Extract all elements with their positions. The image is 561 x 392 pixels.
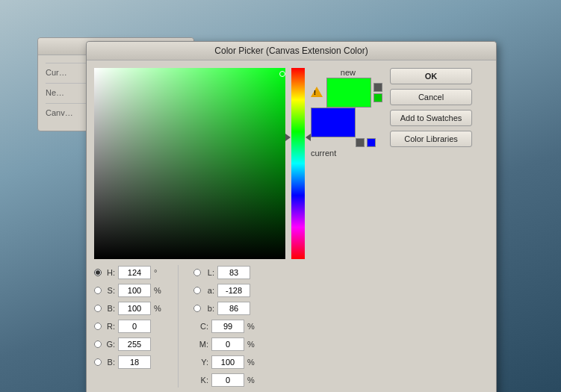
c-label: C: xyxy=(193,322,208,331)
hue-row: H: ° xyxy=(94,265,163,280)
brightness-row: B: % xyxy=(94,301,163,316)
current-color-swatch[interactable] xyxy=(311,108,356,137)
red-row: R: xyxy=(94,319,163,334)
a-radio[interactable] xyxy=(193,287,201,294)
k-unit: % xyxy=(247,376,256,385)
blue-small-swatch xyxy=(367,138,376,147)
numeric-inputs: H: ° S: % B: % R: xyxy=(87,259,496,391)
separator xyxy=(178,265,179,388)
cube-icon-2 xyxy=(356,138,365,147)
saturation-unit: % xyxy=(154,286,163,295)
red-label: R: xyxy=(105,322,115,331)
b2-label: b: xyxy=(204,304,214,313)
saturation-row: S: % xyxy=(94,283,163,298)
a-input[interactable] xyxy=(217,284,250,297)
color-picker-body: new current OK Cancel Add to xyxy=(87,60,496,259)
m-row: M: % xyxy=(193,337,262,352)
new-color-swatch[interactable] xyxy=(326,78,371,108)
warning-icon xyxy=(311,87,323,99)
swatch-icons xyxy=(374,83,384,102)
gradient-dark-overlay xyxy=(94,68,285,259)
b2-input[interactable] xyxy=(217,302,250,315)
k-label: K: xyxy=(193,376,208,385)
hue-unit: ° xyxy=(154,268,163,277)
blue-input[interactable] xyxy=(118,355,151,369)
m-unit: % xyxy=(247,340,256,349)
hue-strip-container xyxy=(291,68,305,259)
hue-arrow-right xyxy=(306,134,311,141)
color-preview-section: new current xyxy=(311,68,384,259)
m-input[interactable] xyxy=(211,337,244,351)
green-row: G: xyxy=(94,337,163,352)
a-row: a: xyxy=(193,283,262,298)
new-color-row xyxy=(311,78,384,108)
right-inputs: L: a: b: C: % M: xyxy=(193,265,262,388)
l-label: L: xyxy=(204,268,214,277)
m-label: M: xyxy=(193,340,208,349)
hue-label: H: xyxy=(105,268,115,277)
new-label: Ne… xyxy=(46,88,64,97)
b2-radio[interactable] xyxy=(193,305,201,312)
current-icon-row xyxy=(311,138,376,147)
color-picker-dialog: Color Picker (Canvas Extension Color) ne… xyxy=(86,41,497,392)
y-unit: % xyxy=(247,358,256,367)
c-row: C: % xyxy=(193,319,262,334)
color-picker-titlebar: Color Picker (Canvas Extension Color) xyxy=(87,42,496,60)
hue-radio[interactable] xyxy=(94,269,102,276)
right-buttons-panel: OK Cancel Add to Swatches Color Librarie… xyxy=(390,68,472,259)
green-input[interactable] xyxy=(118,337,151,351)
hue-input[interactable] xyxy=(118,266,151,279)
canvas-label: Canv… xyxy=(46,108,73,117)
hue-slider[interactable] xyxy=(291,68,305,259)
cube-icon xyxy=(374,83,382,92)
b2-row: b: xyxy=(193,301,262,316)
ok-button[interactable]: OK xyxy=(390,68,472,84)
saturation-radio[interactable] xyxy=(94,287,102,294)
brightness-label: B: xyxy=(105,304,115,313)
green-label: G: xyxy=(105,340,115,349)
left-inputs: H: ° S: % B: % R: xyxy=(94,265,163,388)
k-input[interactable] xyxy=(211,373,244,387)
l-input[interactable] xyxy=(217,266,250,279)
l-row: L: xyxy=(193,265,262,280)
c-unit: % xyxy=(247,322,256,331)
y-input[interactable] xyxy=(211,355,244,369)
y-row: Y: % xyxy=(193,355,262,370)
green-radio[interactable] xyxy=(94,340,102,348)
red-radio[interactable] xyxy=(94,323,102,330)
blue-label: B: xyxy=(105,358,115,367)
cancel-button[interactable]: Cancel xyxy=(390,89,472,105)
brightness-input[interactable] xyxy=(118,302,151,315)
y-label: Y: xyxy=(193,358,208,367)
k-row: K: % xyxy=(193,373,262,388)
color-gradient-area[interactable] xyxy=(94,68,285,259)
add-to-swatches-button[interactable]: Add to Swatches xyxy=(390,110,472,126)
brightness-unit: % xyxy=(154,304,163,313)
a-label: a: xyxy=(204,286,214,295)
brightness-radio[interactable] xyxy=(94,305,102,312)
hue-arrow-left xyxy=(285,134,291,141)
saturation-input[interactable] xyxy=(118,284,151,297)
l-radio[interactable] xyxy=(193,269,201,276)
warn-triangle xyxy=(311,87,323,97)
green-small-swatch xyxy=(374,93,382,102)
red-input[interactable] xyxy=(118,320,151,333)
current-label: Cur… xyxy=(46,68,67,77)
new-label: new xyxy=(311,68,356,77)
blue-radio[interactable] xyxy=(94,358,102,366)
blue-row: B: xyxy=(94,355,163,370)
current-label: current xyxy=(311,149,356,158)
gradient-canvas[interactable] xyxy=(94,68,285,259)
saturation-label: S: xyxy=(105,286,115,295)
color-libraries-button[interactable]: Color Libraries xyxy=(390,131,472,147)
c-input[interactable] xyxy=(211,320,244,333)
